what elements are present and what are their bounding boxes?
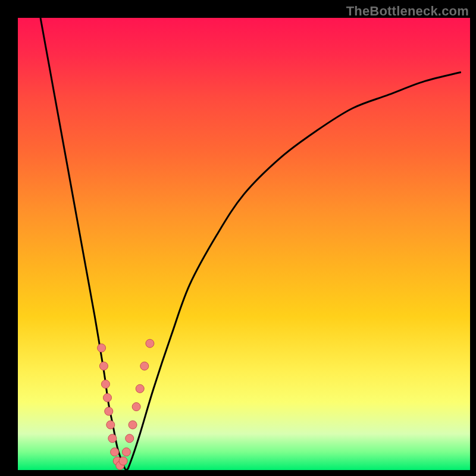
curve-marker	[107, 421, 115, 429]
curve-marker	[132, 403, 140, 411]
chart-plot-area	[18, 18, 470, 470]
curve-marker	[122, 448, 130, 456]
watermark-label: TheBottleneck.com	[346, 4, 469, 19]
chart-frame: TheBottleneck.com	[0, 0, 476, 476]
curve-marker	[129, 421, 137, 429]
curve-marker	[99, 362, 108, 370]
curve-marker	[136, 384, 144, 393]
curve-marker	[105, 407, 113, 415]
curve-marker	[146, 339, 154, 347]
curve-marker	[119, 457, 127, 465]
curve-marker	[101, 380, 109, 389]
curve-marker	[140, 362, 149, 370]
curve-marker	[103, 393, 111, 402]
chart-svg	[18, 18, 470, 470]
marker-group	[98, 339, 154, 469]
bottleneck-curve-path	[40, 18, 461, 470]
curve-marker	[126, 434, 134, 443]
curve-marker	[98, 344, 106, 352]
curve-marker	[108, 434, 117, 443]
curve-marker	[111, 448, 119, 456]
